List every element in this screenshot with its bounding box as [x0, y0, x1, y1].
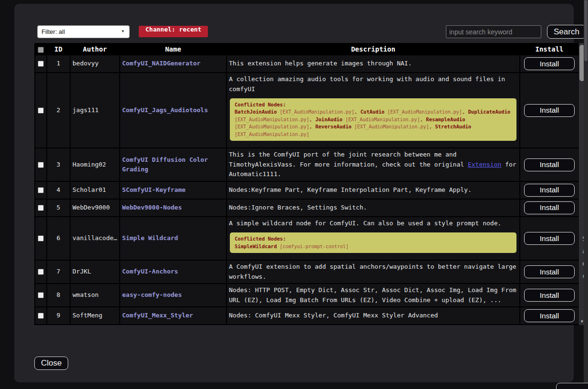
row-description: Nodes: HTTP POST, Empty Dict, Assoc Str,…	[227, 284, 520, 307]
row-id: 10	[47, 325, 70, 325]
row-name[interactable]: SComfyUI-Keyframe	[122, 186, 186, 193]
row-description: A ComfyUI extension to add spatial ancho…	[227, 260, 520, 284]
table-row: 10 zcfrank1st ComfyUI Yolov8 Nodes: Yolo…	[35, 325, 578, 325]
custom-nodes-table-wrap: ID Author Name Description Install 1 bed…	[34, 43, 578, 325]
row-id: 8	[47, 284, 70, 307]
row-description: This is the ComfyUI port of the joint re…	[227, 148, 520, 181]
header-name: Name	[120, 43, 227, 55]
row-description: Nodes: ComfyUI Mexx Styler, ComfyUI Mexx…	[227, 307, 520, 325]
search-input[interactable]	[446, 25, 541, 38]
row-name[interactable]: ComfyUI Diffusion Color Grading	[122, 156, 208, 173]
row-checkbox[interactable]	[38, 235, 44, 242]
screen: Filter: all ▾ Channel: recent Search ID	[0, 0, 588, 389]
select-all-checkbox[interactable]	[38, 47, 44, 53]
row-checkbox[interactable]	[38, 187, 44, 193]
page-scrollbar-track[interactable]	[584, 0, 588, 389]
description-text: A collection amazing audio tools for wor…	[229, 74, 517, 94]
description-text: This is the ComfyUI port of the joint re…	[229, 150, 517, 179]
table-row: 4 Scholar01 SComfyUI-Keyframe Nodes:Keyf…	[35, 181, 578, 199]
row-author: vanillacode…	[70, 217, 120, 260]
search-button[interactable]: Search	[547, 25, 586, 39]
row-name[interactable]: Simple Wildcard	[122, 234, 178, 242]
conflicted-nodes-list: SimpleWildcard [comfyui-prompt-control]	[235, 243, 512, 251]
install-button[interactable]: Install	[524, 289, 575, 302]
table-row: 8 wmatson easy-comfy-nodes Nodes: HTTP P…	[35, 284, 578, 307]
channel-badge: Channel: recent	[139, 26, 208, 37]
custom-nodes-table: ID Author Name Description Install 1 bed…	[34, 43, 578, 325]
install-button[interactable]: Install	[524, 158, 575, 171]
page-scrollbar-thumb[interactable]	[584, 0, 588, 61]
conflicted-nodes-title: Conflicted Nodes:	[235, 101, 512, 108]
row-id: 5	[47, 199, 70, 217]
install-button[interactable]: Install	[524, 184, 575, 197]
row-description: A simple wildcard node for ComfyUI. Can …	[227, 217, 520, 260]
row-checkbox[interactable]	[38, 292, 44, 298]
row-author: wmatson	[70, 284, 120, 307]
row-checkbox[interactable]	[38, 162, 44, 168]
row-id: 9	[47, 307, 70, 325]
row-author: Haoming02	[70, 148, 120, 181]
row-name[interactable]: ComfyUI_Jags_Audiotools	[122, 106, 208, 114]
description-text: This extension helps generate images thr…	[229, 59, 517, 69]
row-author: bedovyy	[70, 55, 120, 73]
row-name[interactable]: ComfyUI_Mexx_Styler	[122, 312, 193, 319]
row-description: Nodes:Keyframe Part, Keyframe Interpolat…	[227, 181, 520, 199]
row-name[interactable]: WebDev9000-Nodes	[122, 204, 182, 211]
description-text: A ComfyUI extension to add spatial ancho…	[229, 262, 517, 282]
table-row: 6 vanillacode… Simple Wildcard A simple …	[35, 217, 578, 260]
install-custom-nodes-dialog: Filter: all ▾ Channel: recent Search ID	[14, 4, 574, 382]
row-description: Nodes:Ignore Braces, Settings Switch.	[227, 199, 520, 217]
description-text: A simple wildcard node for ComfyUI. Can …	[229, 219, 517, 229]
table-row: 5 WebDev9000 WebDev9000-Nodes Nodes:Igno…	[35, 199, 578, 217]
row-name[interactable]: easy-comfy-nodes	[122, 291, 182, 298]
row-id: 7	[47, 260, 70, 284]
row-id: 2	[47, 73, 70, 148]
description-text: Nodes:Ignore Braces, Settings Switch.	[229, 203, 517, 213]
description-text: Nodes: HTTP POST, Empty Dict, Assoc Str,…	[229, 285, 517, 305]
table-row: 9 SoftMeng ComfyUI_Mexx_Styler Nodes: Co…	[35, 307, 578, 325]
row-checkbox[interactable]	[38, 61, 44, 67]
install-button[interactable]: Install	[524, 201, 575, 214]
row-id: 1	[47, 55, 70, 73]
table-row: 3 Haoming02 ComfyUI Diffusion Color Grad…	[35, 148, 578, 181]
table-row: 7 DrJKL ComfyUI-Anchors A ComfyUI extens…	[35, 260, 578, 284]
install-button[interactable]: Install	[524, 265, 575, 278]
row-description: A collection amazing audio tools for wor…	[227, 73, 520, 148]
install-button[interactable]: Install	[524, 232, 575, 245]
description-link[interactable]: Extension	[468, 161, 501, 168]
row-description: Nodes: Yolov8Detection, Yolov8Segmentati…	[227, 325, 520, 325]
header-description: Description	[227, 43, 520, 55]
row-id: 4	[47, 181, 70, 199]
table-row: 1 bedovyy ComfyUI_NAIDGenerator This ext…	[35, 55, 578, 73]
description-text: Nodes: ComfyUI Mexx Styler, ComfyUI Mexx…	[229, 311, 517, 321]
close-button[interactable]: Close	[34, 357, 68, 370]
row-id: 6	[47, 217, 70, 260]
row-author: SoftMeng	[70, 307, 120, 325]
table-row: 2 jags111 ComfyUI_Jags_Audiotools A coll…	[35, 73, 578, 148]
row-author: Scholar01	[70, 181, 120, 199]
row-checkbox[interactable]	[38, 107, 44, 114]
install-button[interactable]: Install	[524, 309, 575, 322]
partial-bottom-right-button	[556, 383, 588, 389]
description-text: Nodes:Keyframe Part, Keyframe Interpolat…	[229, 185, 517, 195]
row-id: 3	[47, 148, 70, 181]
row-checkbox[interactable]	[38, 313, 44, 319]
conflicted-nodes-title: Conflicted Nodes:	[235, 235, 512, 242]
row-name[interactable]: ComfyUI-Anchors	[122, 268, 178, 275]
row-description: This extension helps generate images thr…	[227, 55, 520, 73]
install-button[interactable]: Install	[524, 104, 575, 117]
row-author: zcfrank1st	[70, 325, 120, 325]
row-author: WebDev9000	[70, 199, 120, 217]
header-id: ID	[47, 43, 70, 55]
header-author: Author	[70, 43, 120, 55]
row-checkbox[interactable]	[38, 205, 44, 211]
conflicted-nodes-list: BatchJoinAudio [EXT_AudioManipulation.py…	[235, 108, 512, 138]
row-checkbox[interactable]	[38, 269, 44, 275]
row-name[interactable]: ComfyUI_NAIDGenerator	[122, 60, 200, 67]
filter-select[interactable]: Filter: all	[37, 25, 130, 38]
table-rows: 1 bedovyy ComfyUI_NAIDGenerator This ext…	[35, 55, 578, 325]
table-header-row: ID Author Name Description Install	[35, 43, 578, 55]
install-button[interactable]: Install	[524, 57, 575, 70]
conflicted-nodes-box: Conflicted Nodes:BatchJoinAudio [EXT_Aud…	[230, 98, 516, 141]
row-author: DrJKL	[70, 260, 120, 284]
